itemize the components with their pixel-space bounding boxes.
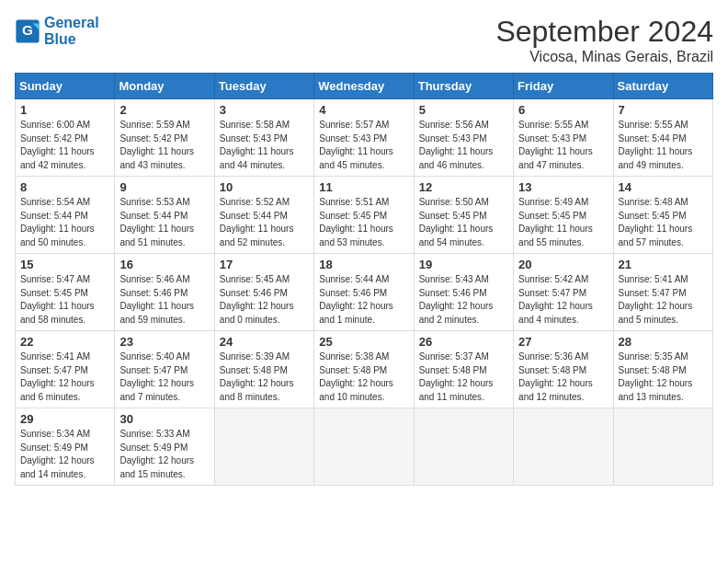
day-info: Sunrise: 5:56 AM Sunset: 5:43 PM Dayligh… [419, 119, 508, 172]
calendar-table: SundayMondayTuesdayWednesdayThursdayFrid… [15, 73, 713, 486]
calendar-day [613, 408, 712, 486]
day-info: Sunrise: 5:35 AM Sunset: 5:48 PM Dayligh… [619, 350, 708, 404]
weekday-header-friday: Friday [514, 74, 613, 99]
calendar-day: 24Sunrise: 5:39 AM Sunset: 5:48 PM Dayli… [214, 331, 313, 408]
day-number: 13 [518, 180, 608, 194]
day-info: Sunrise: 5:55 AM Sunset: 5:44 PM Dayligh… [619, 119, 708, 172]
weekday-header-saturday: Saturday [613, 74, 712, 99]
day-info: Sunrise: 5:44 AM Sunset: 5:46 PM Dayligh… [319, 273, 408, 327]
day-number: 25 [319, 335, 408, 349]
calendar-day: 15Sunrise: 5:47 AM Sunset: 5:45 PM Dayli… [16, 254, 115, 331]
day-number: 12 [419, 180, 508, 194]
weekday-header-tuesday: Tuesday [214, 74, 313, 99]
calendar-day: 2Sunrise: 5:59 AM Sunset: 5:42 PM Daylig… [115, 99, 214, 177]
calendar-day: 3Sunrise: 5:58 AM Sunset: 5:43 PM Daylig… [214, 99, 313, 177]
calendar-day: 26Sunrise: 5:37 AM Sunset: 5:48 PM Dayli… [414, 331, 513, 408]
weekday-header-monday: Monday [115, 74, 214, 99]
month-title: September 2024 [495, 15, 713, 49]
day-info: Sunrise: 5:41 AM Sunset: 5:47 PM Dayligh… [619, 273, 708, 327]
day-number: 27 [518, 335, 608, 349]
day-number: 3 [220, 103, 309, 117]
day-info: Sunrise: 5:41 AM Sunset: 5:47 PM Dayligh… [20, 350, 109, 404]
calendar-day [214, 408, 313, 486]
calendar-week-1: 1Sunrise: 6:00 AM Sunset: 5:42 PM Daylig… [16, 99, 713, 177]
calendar-week-4: 22Sunrise: 5:41 AM Sunset: 5:47 PM Dayli… [16, 331, 713, 408]
day-number: 19 [419, 258, 508, 271]
day-info: Sunrise: 5:38 AM Sunset: 5:48 PM Dayligh… [319, 350, 408, 404]
day-info: Sunrise: 5:54 AM Sunset: 5:44 PM Dayligh… [20, 196, 109, 249]
location: Vicosa, Minas Gerais, Brazil [495, 49, 713, 65]
day-number: 26 [419, 335, 508, 349]
calendar-day: 11Sunrise: 5:51 AM Sunset: 5:45 PM Dayli… [314, 177, 414, 254]
day-number: 7 [619, 103, 708, 117]
day-info: Sunrise: 5:34 AM Sunset: 5:49 PM Dayligh… [20, 428, 109, 481]
calendar-day: 6Sunrise: 5:55 AM Sunset: 5:43 PM Daylig… [514, 99, 613, 177]
day-info: Sunrise: 5:39 AM Sunset: 5:48 PM Dayligh… [220, 350, 309, 404]
day-info: Sunrise: 5:48 AM Sunset: 5:45 PM Dayligh… [619, 196, 708, 249]
svg-text:G: G [22, 22, 33, 38]
day-info: Sunrise: 5:42 AM Sunset: 5:47 PM Dayligh… [518, 273, 608, 327]
weekday-header-sunday: Sunday [16, 74, 115, 99]
weekday-header-wednesday: Wednesday [314, 74, 414, 99]
calendar-day [414, 408, 513, 486]
calendar-day: 16Sunrise: 5:46 AM Sunset: 5:46 PM Dayli… [115, 254, 214, 331]
day-number: 9 [119, 180, 209, 194]
day-number: 28 [619, 335, 708, 349]
calendar-day: 14Sunrise: 5:48 AM Sunset: 5:45 PM Dayli… [613, 177, 712, 254]
day-info: Sunrise: 5:55 AM Sunset: 5:43 PM Dayligh… [518, 119, 608, 172]
calendar-day: 17Sunrise: 5:45 AM Sunset: 5:46 PM Dayli… [214, 254, 313, 331]
calendar-day: 18Sunrise: 5:44 AM Sunset: 5:46 PM Dayli… [314, 254, 414, 331]
day-info: Sunrise: 5:36 AM Sunset: 5:48 PM Dayligh… [518, 350, 608, 404]
day-number: 23 [119, 335, 209, 349]
calendar-day: 19Sunrise: 5:43 AM Sunset: 5:46 PM Dayli… [414, 254, 513, 331]
calendar-day: 29Sunrise: 5:34 AM Sunset: 5:49 PM Dayli… [16, 408, 115, 486]
day-number: 1 [20, 103, 109, 117]
calendar-week-5: 29Sunrise: 5:34 AM Sunset: 5:49 PM Dayli… [16, 408, 713, 486]
calendar-day: 21Sunrise: 5:41 AM Sunset: 5:47 PM Dayli… [613, 254, 712, 331]
day-info: Sunrise: 5:50 AM Sunset: 5:45 PM Dayligh… [419, 196, 508, 249]
day-info: Sunrise: 5:57 AM Sunset: 5:43 PM Dayligh… [319, 119, 408, 172]
day-number: 24 [220, 335, 309, 349]
logo: G General Blue [15, 15, 99, 47]
day-info: Sunrise: 5:49 AM Sunset: 5:45 PM Dayligh… [518, 196, 608, 249]
day-number: 5 [419, 103, 508, 117]
weekday-header-thursday: Thursday [414, 74, 513, 99]
calendar-day: 28Sunrise: 5:35 AM Sunset: 5:48 PM Dayli… [613, 331, 712, 408]
calendar-day: 12Sunrise: 5:50 AM Sunset: 5:45 PM Dayli… [414, 177, 513, 254]
weekday-header-row: SundayMondayTuesdayWednesdayThursdayFrid… [16, 74, 713, 99]
day-info: Sunrise: 5:43 AM Sunset: 5:46 PM Dayligh… [419, 273, 508, 327]
day-info: Sunrise: 5:33 AM Sunset: 5:49 PM Dayligh… [119, 428, 209, 481]
logo-icon: G [15, 18, 40, 44]
logo-line2: Blue [44, 31, 99, 48]
calendar-day: 5Sunrise: 5:56 AM Sunset: 5:43 PM Daylig… [414, 99, 513, 177]
day-number: 11 [319, 180, 408, 194]
calendar-day: 20Sunrise: 5:42 AM Sunset: 5:47 PM Dayli… [514, 254, 613, 331]
calendar-day: 27Sunrise: 5:36 AM Sunset: 5:48 PM Dayli… [514, 331, 613, 408]
logo-line1: General [44, 15, 99, 31]
calendar-day [314, 408, 414, 486]
page-header: G General Blue September 2024 Vicosa, Mi… [15, 15, 713, 65]
day-number: 17 [220, 258, 309, 271]
calendar-day: 7Sunrise: 5:55 AM Sunset: 5:44 PM Daylig… [613, 99, 712, 177]
day-number: 20 [518, 258, 608, 271]
day-info: Sunrise: 5:45 AM Sunset: 5:46 PM Dayligh… [220, 273, 309, 327]
calendar-day: 10Sunrise: 5:52 AM Sunset: 5:44 PM Dayli… [214, 177, 313, 254]
calendar-day: 23Sunrise: 5:40 AM Sunset: 5:47 PM Dayli… [115, 331, 214, 408]
day-info: Sunrise: 5:59 AM Sunset: 5:42 PM Dayligh… [119, 119, 209, 172]
day-number: 30 [119, 412, 209, 426]
day-info: Sunrise: 5:47 AM Sunset: 5:45 PM Dayligh… [20, 273, 109, 327]
day-number: 29 [20, 412, 109, 426]
calendar-day: 13Sunrise: 5:49 AM Sunset: 5:45 PM Dayli… [514, 177, 613, 254]
calendar-week-3: 15Sunrise: 5:47 AM Sunset: 5:45 PM Dayli… [16, 254, 713, 331]
calendar-day: 8Sunrise: 5:54 AM Sunset: 5:44 PM Daylig… [16, 177, 115, 254]
calendar-day: 1Sunrise: 6:00 AM Sunset: 5:42 PM Daylig… [16, 99, 115, 177]
day-number: 22 [20, 335, 109, 349]
day-info: Sunrise: 5:40 AM Sunset: 5:47 PM Dayligh… [119, 350, 209, 404]
day-number: 18 [319, 258, 408, 271]
day-info: Sunrise: 6:00 AM Sunset: 5:42 PM Dayligh… [20, 119, 109, 172]
day-number: 15 [20, 258, 109, 271]
day-number: 10 [220, 180, 309, 194]
calendar-day [514, 408, 613, 486]
day-info: Sunrise: 5:53 AM Sunset: 5:44 PM Dayligh… [119, 196, 209, 249]
day-info: Sunrise: 5:37 AM Sunset: 5:48 PM Dayligh… [419, 350, 508, 404]
